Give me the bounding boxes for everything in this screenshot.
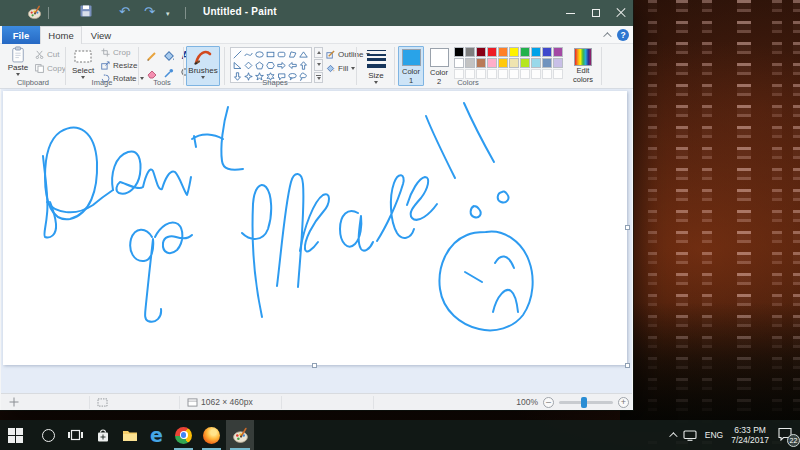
task-view-button[interactable] (62, 420, 89, 450)
store-icon (96, 428, 110, 443)
titlebar[interactable]: ↶ ↷ ▾ Untitled - Paint (0, 0, 633, 26)
canvas-size-indicator: 1062 × 460px (187, 394, 253, 410)
zoom-slider-thumb[interactable] (581, 397, 587, 408)
fill-tool-icon[interactable] (161, 48, 176, 63)
shapes-scroll-down-icon[interactable] (314, 59, 323, 70)
file-explorer-button[interactable] (116, 420, 143, 450)
palette-swatch[interactable] (520, 58, 530, 68)
palette-swatch[interactable] (476, 47, 486, 57)
firefox-button[interactable] (198, 420, 225, 450)
canvas-resize-handle-corner[interactable] (625, 363, 630, 368)
zoom-slider[interactable] (559, 401, 613, 404)
redo-icon[interactable]: ↷ (144, 5, 155, 18)
qat-separator (48, 7, 49, 19)
group-label-shapes: Shapes (226, 78, 324, 87)
cortana-circle-icon (42, 429, 55, 442)
shape-triangle-icon[interactable] (298, 49, 308, 59)
zoom-out-button[interactable]: – (543, 397, 554, 408)
shape-oval-icon[interactable] (254, 49, 264, 59)
shape-polygon-icon[interactable] (287, 49, 297, 59)
zoom-in-button[interactable]: + (618, 397, 629, 408)
size-button[interactable]: Size (360, 46, 392, 86)
tab-file[interactable]: File (2, 26, 40, 44)
palette-swatch[interactable] (498, 58, 508, 68)
shape-right-triangle-icon[interactable] (232, 60, 242, 70)
search-button[interactable] (35, 420, 62, 450)
resize-button[interactable]: Resize (101, 60, 137, 71)
qat-dropdown-icon[interactable]: ▾ (166, 10, 170, 18)
palette-swatch-empty[interactable] (553, 69, 563, 79)
palette-swatch[interactable] (487, 58, 497, 68)
window-title: Untitled - Paint (203, 6, 277, 17)
palette-swatch[interactable] (531, 47, 541, 57)
palette-swatch[interactable] (487, 47, 497, 57)
shape-pentagon-icon[interactable] (254, 60, 264, 70)
shape-hexagon-icon[interactable] (265, 60, 275, 70)
qat-separator (185, 7, 186, 19)
tab-home[interactable]: Home (40, 26, 82, 44)
palette-swatch[interactable] (454, 47, 464, 57)
save-icon[interactable] (80, 5, 92, 17)
palette-swatch[interactable] (465, 47, 475, 57)
canvas-resize-handle-right[interactable] (625, 225, 630, 230)
undo-icon[interactable]: ↶ (119, 5, 130, 18)
palette-swatch-empty[interactable] (542, 69, 552, 79)
clock[interactable]: 6:33 PM 7/24/2017 (731, 425, 769, 445)
palette-swatch[interactable] (476, 58, 486, 68)
system-tray: ENG 6:33 PM 7/24/2017 22 (669, 420, 795, 450)
group-clipboard: Paste Cut Copy Clipboard (2, 44, 64, 88)
palette-swatch[interactable] (454, 58, 464, 68)
palette-swatch[interactable] (531, 58, 541, 68)
shape-arrow-up-icon[interactable] (298, 60, 308, 70)
copy-button[interactable]: Copy (35, 63, 66, 74)
palette-swatch[interactable] (542, 58, 552, 68)
fill-dropdown-icon (351, 67, 355, 70)
palette-swatch[interactable] (553, 58, 563, 68)
group-tools: A Tools (140, 44, 184, 88)
palette-swatch[interactable] (465, 58, 475, 68)
shape-diamond-icon[interactable] (243, 60, 253, 70)
palette-swatch[interactable] (509, 58, 519, 68)
edit-colors-button[interactable]: Edit colors (568, 46, 598, 86)
tab-view[interactable]: View (82, 26, 120, 44)
shape-curve-icon[interactable] (243, 49, 253, 59)
close-button[interactable] (608, 0, 633, 26)
shape-arrow-left-icon[interactable] (287, 60, 297, 70)
drawing-canvas[interactable] (3, 91, 627, 365)
palette-swatch[interactable] (520, 47, 530, 57)
palette-swatch[interactable] (553, 47, 563, 57)
shape-arrow-right-icon[interactable] (276, 60, 286, 70)
canvas-resize-handle-bottom[interactable] (312, 363, 317, 368)
pencil-tool-icon[interactable] (144, 48, 159, 63)
minimize-button[interactable] (558, 0, 583, 26)
shape-rectangle-icon[interactable] (265, 49, 275, 59)
paste-dropdown-icon (16, 73, 20, 76)
palette-swatch[interactable] (498, 47, 508, 57)
fill-button[interactable]: Fill (326, 63, 355, 74)
shape-rounded-rectangle-icon[interactable] (276, 49, 286, 59)
network-icon[interactable] (683, 430, 697, 441)
shape-line-icon[interactable] (232, 49, 242, 59)
maximize-button[interactable] (583, 0, 608, 26)
paint-taskbar-button[interactable] (226, 420, 254, 450)
color2-swatch (430, 48, 449, 67)
start-button[interactable] (2, 420, 29, 450)
chrome-button[interactable] (170, 420, 197, 450)
tray-expand-icon[interactable] (669, 432, 677, 440)
palette-swatch[interactable] (509, 47, 519, 57)
cut-icon (35, 50, 44, 59)
action-center-button[interactable]: 22 (777, 426, 795, 444)
desktop-background: ↶ ↷ ▾ Untitled - Paint File Home View ? (0, 0, 800, 450)
group-label-image: Image (67, 78, 137, 87)
crop-button[interactable]: Crop (101, 47, 130, 58)
shapes-scroll-up-icon[interactable] (314, 47, 323, 58)
store-button[interactable] (89, 420, 116, 450)
cut-button[interactable]: Cut (35, 49, 59, 60)
brushes-button[interactable]: Brushes (186, 46, 220, 86)
edge-button[interactable]: e (143, 420, 170, 450)
help-icon[interactable]: ? (617, 29, 629, 41)
collapse-ribbon-icon[interactable] (603, 32, 611, 40)
foliage-silhouette (620, 302, 800, 432)
language-indicator[interactable]: ENG (705, 430, 723, 440)
palette-swatch[interactable] (542, 47, 552, 57)
